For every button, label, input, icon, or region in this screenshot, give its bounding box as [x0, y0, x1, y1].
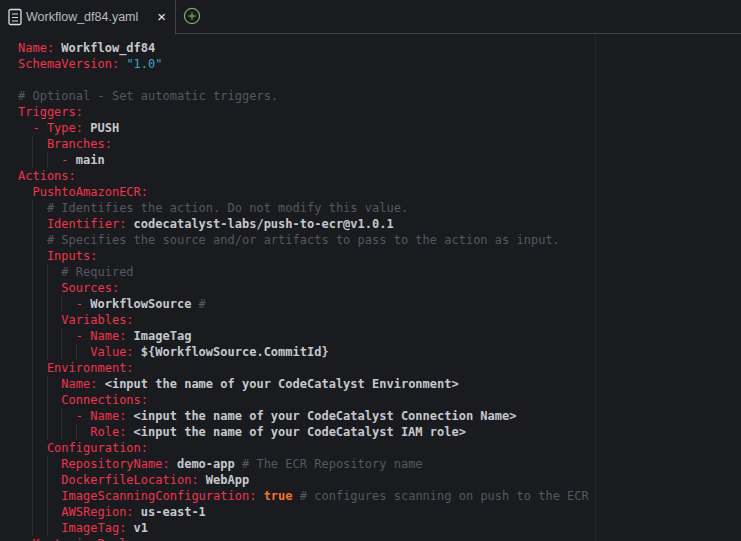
code-line[interactable]: ImageScanningConfiguration: true # confi…	[0, 488, 741, 504]
code-line[interactable]: Triggers:	[0, 104, 741, 120]
indent-guide	[32, 152, 33, 168]
indent-guide	[32, 424, 33, 440]
code-line[interactable]: AWSRegion: us-east-1	[0, 504, 741, 520]
indent-guide	[32, 376, 33, 392]
code-line[interactable]: Name: Workflow_df84	[0, 40, 741, 56]
indent-guide	[32, 440, 33, 456]
indent-guide	[32, 472, 33, 488]
indent-guide	[47, 488, 48, 504]
indent-guide	[47, 392, 48, 408]
code-line[interactable]: ImageTag: v1	[0, 520, 741, 536]
indent-guide	[32, 136, 33, 152]
indent-guide	[47, 472, 48, 488]
indent-guide	[47, 424, 48, 440]
indent-guide	[76, 344, 77, 360]
indent-guide	[32, 312, 33, 328]
indent-guide	[32, 488, 33, 504]
indent-guide	[61, 296, 62, 312]
code-line[interactable]: - main	[0, 152, 741, 168]
indent-guide	[32, 504, 33, 520]
indent-guide	[32, 520, 33, 536]
tab-workflow-yaml[interactable]: Workflow_df84.yaml ×	[0, 0, 176, 34]
code-line[interactable]: SchemaVersion: "1.0"	[0, 56, 741, 72]
code-line[interactable]	[0, 72, 741, 88]
indent-guide	[32, 280, 33, 296]
indent-guide	[32, 344, 33, 360]
code-line[interactable]: - Type: PUSH	[0, 120, 741, 136]
code-line[interactable]: - WorkflowSource #	[0, 296, 741, 312]
indent-guide	[32, 328, 33, 344]
indent-guide	[32, 408, 33, 424]
code-line[interactable]: Connections:	[0, 392, 741, 408]
indent-guide	[47, 280, 48, 296]
indent-guide	[32, 216, 33, 232]
indent-guide	[61, 344, 62, 360]
code-line[interactable]: Actions:	[0, 168, 741, 184]
code-line[interactable]: Name: <input the name of your CodeCataly…	[0, 376, 741, 392]
new-tab-button[interactable]	[183, 7, 201, 25]
indent-guide	[47, 520, 48, 536]
code-line[interactable]: KustomizeDeploy:	[0, 536, 741, 541]
editor[interactable]: Name: Workflow_df84SchemaVersion: "1.0"#…	[0, 34, 741, 541]
tab-bar: Workflow_df84.yaml ×	[0, 0, 741, 34]
indent-guide	[47, 408, 48, 424]
code-line[interactable]: # Identifies the action. Do not modify t…	[0, 200, 741, 216]
code-line[interactable]: PushtoAmazonECR:	[0, 184, 741, 200]
indent-guide	[47, 344, 48, 360]
code-line[interactable]: # Optional - Set automatic triggers.	[0, 88, 741, 104]
code-line[interactable]: # Specifies the source and/or artifacts …	[0, 232, 741, 248]
code-area: Name: Workflow_df84SchemaVersion: "1.0"#…	[0, 34, 741, 541]
code-line[interactable]: Identifier: codecatalyst-labs/push-to-ec…	[0, 216, 741, 232]
indent-guide	[32, 456, 33, 472]
indent-guide	[32, 392, 33, 408]
indent-guide	[61, 424, 62, 440]
page: { "tab_bar": { "tab": { "title": "Workfl…	[0, 0, 741, 541]
indent-guide	[47, 312, 48, 328]
indent-guide	[47, 264, 48, 280]
code-line[interactable]: Sources:	[0, 280, 741, 296]
code-line[interactable]: Variables:	[0, 312, 741, 328]
indent-guide	[76, 424, 77, 440]
code-line[interactable]: Configuration:	[0, 440, 741, 456]
code-line[interactable]: Branches:	[0, 136, 741, 152]
code-line[interactable]: Environment:	[0, 360, 741, 376]
code-line[interactable]: DockerfileLocation: WebApp	[0, 472, 741, 488]
indent-guide	[32, 200, 33, 216]
code-line[interactable]: - Name: ImageTag	[0, 328, 741, 344]
indent-guide	[47, 504, 48, 520]
indent-guide	[47, 456, 48, 472]
indent-guide	[32, 232, 33, 248]
tab-close-button[interactable]: ×	[157, 9, 166, 24]
indent-guide	[47, 376, 48, 392]
indent-guide	[61, 328, 62, 344]
indent-guide	[32, 264, 33, 280]
indent-guide	[47, 296, 48, 312]
file-icon	[8, 8, 22, 26]
code-line[interactable]: Inputs:	[0, 248, 741, 264]
code-line[interactable]: # Required	[0, 264, 741, 280]
indent-guide	[47, 328, 48, 344]
indent-guide	[32, 296, 33, 312]
plus-circle-icon	[183, 7, 201, 25]
indent-guide	[32, 360, 33, 376]
indent-guide	[61, 408, 62, 424]
code-line[interactable]: Value: ${WorkflowSource.CommitId}	[0, 344, 741, 360]
indent-guide	[47, 152, 48, 168]
code-line[interactable]: - Name: <input the name of your CodeCata…	[0, 408, 741, 424]
tab-title: Workflow_df84.yaml	[26, 10, 138, 24]
code-line[interactable]: Role: <input the name of your CodeCataly…	[0, 424, 741, 440]
code-line[interactable]: RepositoryName: demo-app # The ECR Repos…	[0, 456, 741, 472]
indent-guide	[32, 248, 33, 264]
